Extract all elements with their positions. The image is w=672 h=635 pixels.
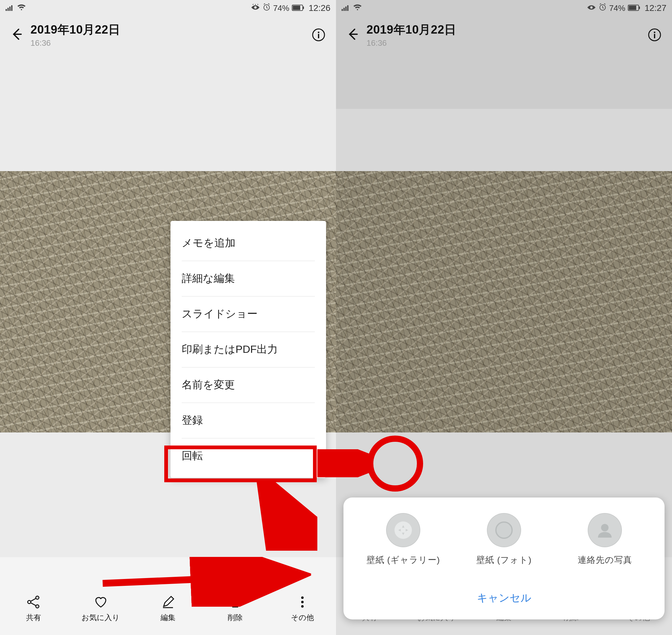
svg-rect-10 [318, 34, 319, 38]
popup-item-advanced-edit[interactable]: 詳細な編集 [171, 261, 326, 296]
header: 2019年10月22日 16:36 [336, 16, 672, 53]
popup-item-slideshow[interactable]: スライドショー [171, 296, 326, 332]
svg-rect-21 [342, 9, 343, 11]
tool-share[interactable]: 共有 [3, 595, 64, 622]
svg-rect-2 [9, 6, 10, 11]
back-button[interactable] [345, 27, 364, 43]
tool-delete[interactable]: 削除 [205, 595, 265, 622]
svg-point-16 [301, 605, 304, 608]
wallpaper-gallery-icon [386, 513, 420, 547]
heart-icon [93, 595, 108, 610]
info-button[interactable] [310, 27, 327, 43]
tool-edit[interactable]: 編集 [138, 595, 198, 622]
contact-photo-icon [588, 513, 622, 547]
popup-item-rotate[interactable]: 回転 [171, 438, 326, 474]
popup-item-rename[interactable]: 名前を変更 [171, 367, 326, 402]
top-area: 74% 12:27 2019年10月22日 16:36 [336, 0, 672, 109]
tool-favorite-label: お気に入り [82, 613, 120, 622]
header-date: 2019年10月22日 [367, 22, 647, 38]
screen-left: 74% 12:26 2019年10月22日 16:36 [0, 0, 336, 635]
info-button[interactable] [647, 27, 663, 43]
tool-delete-label: 削除 [228, 613, 243, 622]
eye-icon [587, 3, 596, 13]
svg-point-11 [28, 600, 31, 604]
popup-item-add-memo[interactable]: メモを追加 [171, 225, 326, 261]
alarm-icon [599, 3, 607, 14]
sheet-option-wallpaper-photo[interactable]: 壁紙 (フォト) [459, 513, 549, 566]
svg-rect-27 [629, 6, 636, 10]
battery-icon [628, 3, 640, 13]
sheet-cancel-button[interactable]: キャンセル [353, 585, 655, 607]
trash-icon [228, 595, 243, 610]
wifi-icon [17, 3, 26, 13]
popup-item-register[interactable]: 登録 [171, 402, 326, 438]
eye-icon [251, 3, 260, 13]
status-time: 12:27 [645, 3, 666, 13]
signal-icon [6, 3, 14, 13]
wallpaper-photo-icon [487, 513, 521, 547]
battery-percent: 74% [273, 3, 289, 13]
status-bar: 74% 12:27 [336, 0, 672, 16]
popup-item-print-pdf[interactable]: 印刷またはPDF出力 [171, 332, 326, 367]
svg-rect-3 [11, 5, 13, 11]
svg-point-12 [36, 596, 39, 599]
alarm-icon [263, 3, 271, 14]
more-popup: メモを追加 詳細な編集 スライドショー 印刷またはPDF出力 名前を変更 登録 … [171, 221, 326, 478]
sheet-option-wallpaper-photo-label: 壁紙 (フォト) [476, 554, 532, 566]
back-button[interactable] [9, 27, 28, 43]
header-date: 2019年10月22日 [30, 22, 310, 38]
set-as-sheet: 壁紙 (ギャラリー) 壁紙 (フォト) 連絡先の写真 キャンセル [344, 498, 665, 619]
svg-rect-31 [654, 34, 655, 38]
tool-more[interactable]: その他 [272, 595, 332, 622]
svg-point-14 [301, 596, 304, 599]
signal-icon [342, 3, 350, 13]
sheet-option-contact-photo-label: 連絡先の写真 [578, 554, 632, 566]
battery-icon [292, 3, 304, 13]
share-icon [26, 595, 41, 610]
tool-share-label: 共有 [26, 613, 41, 622]
header-time: 16:36 [30, 38, 310, 48]
svg-line-20 [267, 488, 299, 545]
tool-more-label: その他 [291, 613, 314, 622]
sheet-option-wallpaper-gallery-label: 壁紙 (ギャラリー) [367, 554, 440, 566]
battery-percent: 74% [609, 3, 625, 13]
top-area: 74% 12:26 2019年10月22日 16:36 [0, 0, 336, 109]
svg-point-35 [601, 524, 609, 531]
svg-point-30 [654, 32, 655, 33]
bottom-toolbar: 共有 お気に入り 編集 削除 その他 [0, 585, 336, 622]
svg-rect-24 [347, 5, 348, 11]
tool-favorite[interactable]: お気に入り [71, 595, 131, 622]
sheet-option-wallpaper-gallery[interactable]: 壁紙 (ギャラリー) [358, 513, 449, 566]
sheet-option-contact-photo[interactable]: 連絡先の写真 [559, 513, 650, 566]
svg-rect-1 [7, 8, 9, 11]
svg-rect-28 [639, 6, 640, 9]
svg-point-32 [394, 522, 412, 539]
svg-rect-23 [345, 6, 347, 11]
wifi-icon [353, 3, 362, 13]
svg-rect-7 [303, 6, 304, 9]
status-bar: 74% 12:26 [0, 0, 336, 16]
header: 2019年10月22日 16:36 [0, 16, 336, 53]
more-icon [295, 595, 310, 610]
svg-rect-0 [6, 9, 7, 11]
header-time: 16:36 [367, 38, 647, 48]
svg-point-9 [318, 32, 320, 33]
annotation-arrow-to-register [255, 482, 317, 551]
svg-rect-22 [344, 8, 345, 11]
svg-point-15 [301, 601, 304, 603]
screen-right: 74% 12:27 2019年10月22日 16:36 共有 [336, 0, 672, 635]
svg-rect-6 [293, 6, 300, 10]
status-time: 12:26 [309, 3, 330, 13]
tool-edit-label: 編集 [160, 613, 175, 622]
svg-point-13 [36, 605, 39, 608]
pencil-icon [160, 595, 175, 610]
